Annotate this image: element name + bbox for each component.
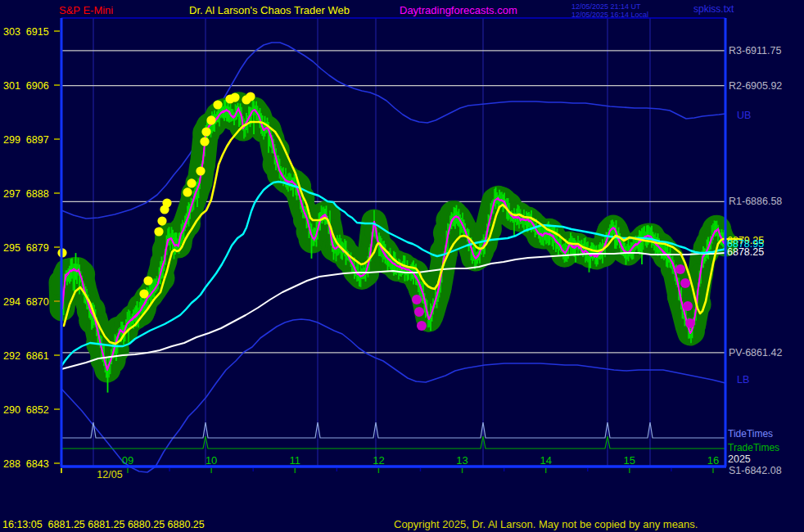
x-axis-label-12: 12: [373, 454, 384, 467]
year-label: 2025: [728, 453, 751, 465]
price-marker-2: 6878.25: [727, 246, 764, 258]
buy-signal-dot: [187, 178, 196, 187]
pivot-label-pv: PV-6861.42: [729, 347, 782, 358]
y-axis-label-6879: 295 6879: [3, 242, 49, 254]
buy-signal-dot: [230, 92, 239, 101]
site-link[interactable]: Daytradingforecasts.com: [400, 4, 517, 16]
date-label: 12/05: [97, 469, 122, 480]
x-axis-label-14: 14: [540, 454, 551, 467]
upper-band-line: [61, 43, 725, 219]
y-axis-label-6906: 301 6906: [3, 80, 49, 92]
sell-signal-dot: [417, 321, 427, 331]
lower-band-line: [61, 319, 725, 472]
upper-band-label: UB: [737, 110, 751, 121]
x-axis-label-11: 11: [290, 454, 301, 467]
buy-signal-dot: [162, 198, 171, 207]
x-axis-label-15: 15: [624, 454, 635, 467]
buy-signal-dot: [157, 216, 166, 225]
sell-signal-dot: [683, 301, 693, 311]
quote-status: 16:13:05 6881.25 6881.25 6880.25 6880.25: [2, 519, 205, 530]
y-axis-label-6888: 297 6888: [3, 188, 49, 200]
timestamp-ut: 12/05/2025 21:14 UT: [571, 2, 641, 11]
buy-signal-dot: [143, 276, 152, 285]
buy-signal-dot: [246, 92, 255, 101]
y-axis-label-6870: 294 6870: [3, 296, 49, 308]
sell-signal-dot: [675, 264, 685, 274]
sell-signal-dot: [412, 295, 422, 304]
y-axis-label-6852: 290 6852: [3, 404, 49, 416]
copyright-notice: Copyright 2025, Dr. Al Larson. May not b…: [394, 518, 698, 530]
x-axis-label-09: 09: [122, 454, 133, 467]
buy-signal-dot: [206, 115, 215, 124]
x-axis-label-10: 10: [206, 454, 217, 467]
trade-times-label: TradeTimes: [728, 442, 779, 453]
pivot-label-r1: R1-6886.58: [729, 196, 782, 207]
x-axis-label-13: 13: [456, 454, 467, 467]
buy-signal-dot: [154, 227, 163, 236]
buy-signal-dot: [201, 127, 210, 136]
lower-band-label: LB: [737, 374, 749, 385]
pivot-label-s1: S1-6842.08: [729, 465, 782, 476]
chaos-trader-window: S&P E-Mini Dr. Al Larson's Chaos Trader …: [0, 0, 804, 532]
timestamp-local: 12/05/2025 16:14 Local: [571, 11, 648, 19]
buy-signal-dot: [200, 137, 209, 146]
symbol-label: S&P E-Mini: [59, 4, 113, 16]
y-axis-label-6861: 292 6861: [3, 350, 49, 362]
page-title: Dr. Al Larson's Chaos Trader Web: [189, 4, 350, 16]
pivot-label-r2: R2-6905.92: [729, 80, 782, 92]
y-axis-label-6897: 299 6897: [3, 134, 49, 146]
buy-signal-dot: [213, 100, 222, 109]
y-axis-label-6915: 303 6915: [3, 26, 49, 38]
y-axis-label-6843: 288 6843: [3, 458, 49, 470]
price-chart[interactable]: [0, 0, 804, 532]
buy-signal-dot: [139, 289, 148, 298]
tide-times-label: TideTimes: [728, 428, 773, 440]
data-file-label: spkiss.txt: [693, 3, 734, 16]
sell-signal-dot: [680, 278, 690, 288]
buy-signal-dot: [196, 166, 205, 175]
x-axis-label-16: 16: [707, 454, 719, 467]
sell-signal-dot: [685, 318, 695, 328]
pivot-label-r3: R3-6911.75: [729, 45, 781, 56]
sell-signal-dot: [414, 307, 424, 317]
tide-times-line: [61, 422, 725, 438]
buy-signal-dot: [183, 187, 192, 196]
